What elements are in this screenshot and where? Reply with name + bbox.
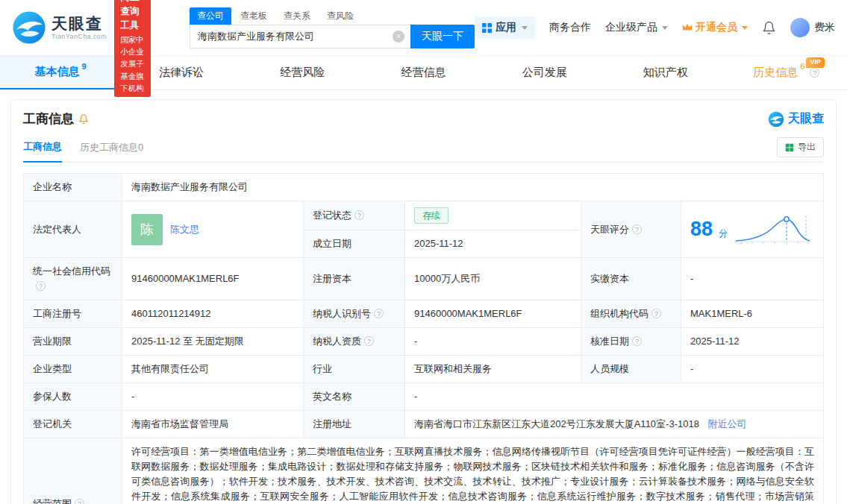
score-unit: 分	[719, 226, 728, 241]
tianyancha-watermark-icon	[768, 111, 784, 127]
credit-code-label: 统一社会信用代码?	[24, 258, 122, 300]
legal-rep-name-link[interactable]: 陈文思	[170, 222, 199, 237]
establish-date-value: 2025-11-12	[405, 230, 581, 258]
nearby-companies-link[interactable]: 附近公司	[708, 418, 747, 429]
table-row: 登记机关 海南省市场监督管理局 注册地址 海南省海口市江东新区江东大道202号江…	[24, 411, 824, 438]
score-value: 88 分	[681, 201, 824, 258]
business-term-label: 营业期限	[24, 328, 122, 356]
table-row: 营业期限 2025-11-12 至 无固定期限 纳税人资质? - 核准日期? 2…	[24, 328, 824, 356]
nav-apps[interactable]: 应用	[475, 16, 535, 39]
notification-bell-icon[interactable]	[762, 21, 776, 35]
chevron-down-icon	[662, 26, 668, 30]
tab-label: 经营信息	[401, 66, 446, 80]
company-name-value: 海南数据产业服务有限公司	[122, 174, 824, 201]
search-input[interactable]	[190, 25, 410, 48]
nav-enterprise[interactable]: 企业级产品	[605, 21, 668, 34]
tab-company-development[interactable]: 公司发展	[484, 55, 605, 89]
table-row: 法定代表人 陈 陈文思 登记状态? 存续 天眼评分? 88 分	[24, 201, 824, 230]
business-info-card: 工商信息 天眼查 工商信息 历史工商信息0 导	[10, 99, 837, 504]
legal-rep-label: 法定代表人	[24, 201, 122, 258]
export-button[interactable]: 导出	[777, 137, 824, 157]
help-icon[interactable]: ?	[810, 68, 819, 78]
user-menu[interactable]: 费米	[790, 18, 835, 37]
subtab-history-business-info[interactable]: 历史工商信息0	[80, 141, 143, 162]
chevron-down-icon	[742, 26, 748, 30]
staff-size-value: -	[681, 356, 824, 383]
user-name: 费米	[814, 21, 835, 34]
help-icon[interactable]: ?	[75, 499, 84, 504]
reg-address-label: 注册地址	[304, 411, 405, 438]
help-icon[interactable]: ?	[354, 210, 364, 220]
tianyancha-logo[interactable]: 天眼查 TianYanCha.com	[12, 10, 107, 45]
tab-basic-info[interactable]: 基本信息 9	[0, 55, 121, 89]
help-icon[interactable]: ?	[632, 336, 642, 346]
nav-open-vip-label: 开通会员	[696, 21, 737, 34]
user-avatar	[790, 18, 810, 37]
reg-number-label: 工商注册号	[24, 300, 122, 328]
clear-icon[interactable]: ×	[393, 31, 404, 42]
help-icon[interactable]: ?	[364, 336, 374, 346]
help-icon[interactable]: ?	[36, 281, 46, 291]
nav-cooperation[interactable]: 商务合作	[549, 21, 591, 34]
tab-count: 9	[82, 62, 87, 71]
table-row: 统一社会信用代码? 91460000MAK1MERL6F 注册资本 10000万…	[24, 258, 824, 300]
tab-operating-info[interactable]: 经营信息	[363, 55, 484, 89]
establish-date-label: 成立日期	[304, 230, 405, 258]
search-tabs: 查公司 查老板 查关系 查风险	[190, 7, 475, 25]
tianyancha-logo-icon	[12, 10, 46, 45]
tab-label: 公司发展	[522, 66, 567, 80]
insured-count-label: 参保人数	[24, 383, 122, 411]
search-tab-company[interactable]: 查公司	[190, 7, 231, 25]
english-name-label: 英文名称	[304, 383, 405, 411]
tab-label: 法律诉讼	[159, 66, 204, 80]
table-row: 企业名称 海南数据产业服务有限公司	[24, 174, 824, 201]
tab-label: 基本信息	[35, 65, 80, 79]
subscribe-bell-icon[interactable]	[78, 114, 89, 125]
reg-authority-value: 海南省市场监督管理局	[122, 411, 304, 438]
subtab-bar: 工商信息 历史工商信息0 导出	[23, 137, 824, 163]
business-scope-label: 经营范围?	[24, 438, 122, 504]
insured-count-value: -	[122, 383, 304, 411]
taxpayer-id-label: 纳税人识别号?	[304, 300, 405, 328]
industry-value: 互联网和相关服务	[405, 356, 581, 383]
vip-badge: VIP	[806, 57, 825, 68]
taxpayer-quality-value: -	[405, 328, 581, 356]
company-type-label: 企业类型	[24, 356, 122, 383]
tianyancha-watermark: 天眼查	[768, 111, 824, 127]
search-tab-relation[interactable]: 查关系	[276, 7, 318, 25]
reg-capital-label: 注册资本	[304, 258, 405, 300]
help-icon[interactable]: ?	[374, 309, 384, 318]
tab-label: 知识产权	[643, 66, 688, 80]
company-name-label: 企业名称	[24, 174, 122, 201]
approval-date-label: 核准日期?	[581, 328, 681, 356]
credit-code-value: 91460000MAK1MERL6F	[122, 258, 304, 300]
watermark-label: 天眼查	[788, 111, 824, 127]
tab-operating-risk[interactable]: 经营风险	[242, 55, 363, 89]
nav-enterprise-label: 企业级产品	[605, 21, 657, 34]
top-nav: 应用 商务合作 企业级产品 开通会员 费米	[475, 16, 835, 39]
apps-grid-icon	[482, 23, 492, 33]
search-tab-boss[interactable]: 查老板	[233, 7, 275, 25]
tab-history-info[interactable]: VIP 历史信息 6 ?	[726, 55, 847, 89]
org-code-value: MAK1MERL-6	[681, 300, 824, 328]
search-button[interactable]: 天眼一下	[410, 25, 475, 48]
status-badge: 存续	[414, 207, 448, 224]
paid-capital-label: 实缴资本	[581, 258, 681, 300]
reg-status-value: 存续	[405, 201, 581, 230]
section-title: 工商信息	[23, 110, 74, 127]
score-number: 88	[690, 219, 713, 239]
brand-domain: TianYanCha.com	[51, 33, 107, 40]
tab-intellectual-property[interactable]: 知识产权	[605, 55, 726, 89]
business-term-value: 2025-11-12 至 无固定期限	[122, 328, 304, 356]
search-area: 查公司 查老板 查关系 查风险 × 天眼一下	[190, 7, 475, 48]
subtab-business-info[interactable]: 工商信息	[23, 140, 62, 163]
search-tab-risk[interactable]: 查风险	[319, 7, 361, 25]
business-scope-value: 许可经营项目：第一类增值电信业务；第二类增值电信业务；互联网直播技术服务；信息网…	[122, 438, 824, 504]
help-icon[interactable]: ?	[632, 224, 642, 234]
reg-address-value: 海南省海口市江东新区江东大道202号江东发展大厦A110室-3-1018 附近公…	[405, 411, 824, 438]
brand-name: 天眼查	[51, 15, 107, 32]
help-icon[interactable]: ?	[651, 309, 661, 318]
nav-open-vip[interactable]: 开通会员	[682, 21, 748, 34]
business-info-table: 企业名称 海南数据产业服务有限公司 法定代表人 陈 陈文思 登记状态? 存续	[23, 173, 824, 504]
table-row: 工商注册号 460112011214912 纳税人识别号? 91460000MA…	[24, 300, 824, 328]
